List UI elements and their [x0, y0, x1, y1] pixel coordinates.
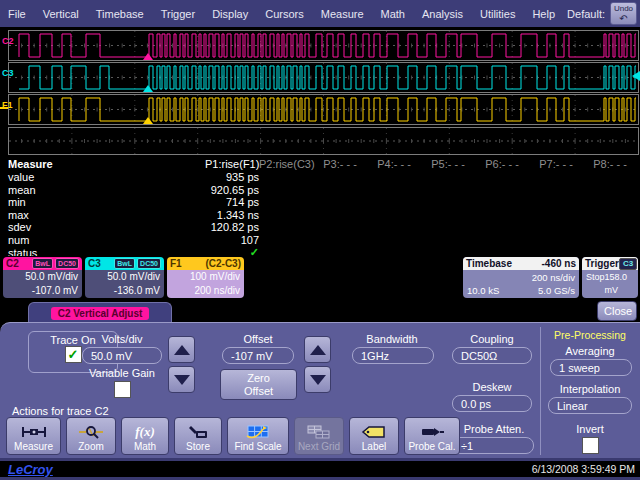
descriptor-c2-header: C2 BwL DC50: [3, 257, 82, 270]
trigger-time-marker-c3[interactable]: [143, 85, 153, 92]
measure-button[interactable]: Measure: [6, 417, 61, 455]
measure-col-p5[interactable]: P5:- - -: [421, 158, 475, 170]
volts-div-field[interactable]: 50.0 mV: [82, 347, 162, 364]
timebase-box[interactable]: Timebase -460 ns 200 ns/div 10.0 kS 5.0 …: [463, 257, 579, 298]
measure-col-p4[interactable]: P4:- - -: [367, 158, 421, 170]
trace-f1: [9, 95, 638, 124]
zero-offset-line1: Zero: [247, 372, 270, 384]
dc50-badge: DC50: [137, 258, 161, 269]
measure-row-num: num 107: [0, 234, 640, 247]
find-scale-button[interactable]: Find Scale: [227, 417, 289, 455]
coupling-field[interactable]: DC50Ω: [452, 347, 532, 364]
zoom-icon: [78, 423, 104, 440]
grid-f1[interactable]: [8, 94, 639, 125]
row-label: mean: [0, 184, 205, 196]
p1-sdev: 120.82 ps: [205, 221, 259, 233]
preprocessing-label: Pre-Processing: [544, 329, 636, 341]
empty-grid: [9, 128, 638, 154]
descriptor-c3-body: 50.0 mV/div -136.0 mV: [85, 270, 164, 298]
menu-math[interactable]: Math: [381, 8, 405, 20]
grid-c2[interactable]: [8, 30, 639, 61]
down-arrow-icon: [174, 375, 190, 385]
menu-display[interactable]: Display: [212, 8, 248, 20]
zero-offset-button[interactable]: Zero Offset: [220, 369, 297, 400]
measure-label: Measure: [14, 441, 53, 452]
descriptor-f1[interactable]: F1 (C2-C3) 100 mV/div 200 ns/div: [167, 257, 244, 298]
tab-c2-vertical-adjust[interactable]: C2 Vertical Adjust: [28, 302, 172, 323]
offset-down-button[interactable]: [304, 366, 331, 393]
zoom-button[interactable]: Zoom: [66, 417, 116, 455]
volts-div-up-button[interactable]: [168, 336, 195, 363]
p1-max: 1.343 ns: [205, 209, 259, 221]
measure-col-p6[interactable]: P6:- - -: [475, 158, 529, 170]
interpolation-field[interactable]: Linear: [548, 397, 632, 414]
grid-c3[interactable]: [8, 62, 639, 93]
trigger-slope: Negative: [609, 297, 638, 298]
averaging-label: Averaging: [548, 345, 632, 357]
grid-empty[interactable]: [8, 127, 639, 155]
offset-up-button[interactable]: [304, 336, 331, 363]
trigger-header: Trigger C3: [582, 257, 638, 270]
math-button[interactable]: f(x) Math: [121, 417, 169, 455]
oscilloscope-screen: File Vertical Timebase Trigger Display C…: [0, 0, 640, 480]
menu-utilities[interactable]: Utilities: [480, 8, 515, 20]
f1-name: F1: [170, 258, 182, 269]
measure-col-p8[interactable]: P8:- - -: [583, 158, 637, 170]
probe-atten-field[interactable]: ÷1: [452, 437, 534, 454]
descriptor-c2[interactable]: C2 BwL DC50 50.0 mV/div -107.0 mV: [3, 257, 82, 298]
store-label: Store: [186, 441, 210, 452]
action-buttons: Measure Zoom f(x) Math Store: [6, 417, 460, 455]
trigger-level-marker[interactable]: [632, 71, 640, 81]
volts-div-down-button[interactable]: [168, 366, 195, 393]
store-button[interactable]: Store: [174, 417, 222, 455]
invert-checkbox[interactable]: [582, 437, 599, 454]
measure-col-p7[interactable]: P7:- - -: [529, 158, 583, 170]
menu-analysis[interactable]: Analysis: [422, 8, 463, 20]
averaging-field[interactable]: 1 sweep: [550, 359, 632, 376]
menu-help[interactable]: Help: [532, 8, 555, 20]
measure-title: Measure: [0, 158, 205, 170]
menu-right: Default: Undo ↶: [567, 2, 640, 25]
label-label: Label: [362, 441, 386, 452]
trigger-time-marker-c2[interactable]: [143, 53, 153, 60]
default-label: Default:: [567, 8, 605, 20]
c2-name: C2: [6, 258, 19, 269]
menu-vertical[interactable]: Vertical: [43, 8, 79, 20]
probe-cal-button[interactable]: Probe Cal.: [404, 417, 460, 455]
trigger-source-badge: C3: [619, 258, 637, 270]
timebase-title: Timebase: [466, 258, 512, 269]
p1-min: 714 ps: [205, 196, 259, 208]
dialog-tab-strip: C2 Vertical Adjust Close: [0, 300, 640, 322]
menu-timebase[interactable]: Timebase: [96, 8, 144, 20]
deskew-field[interactable]: 0.0 ps: [452, 395, 532, 412]
timebase-delay: -460 ns: [542, 258, 576, 269]
menu-cursors[interactable]: Cursors: [265, 8, 304, 20]
undo-button[interactable]: Undo ↶: [610, 2, 637, 25]
measure-col-p2[interactable]: P2:rise(C3): [259, 158, 313, 170]
measure-col-p3[interactable]: P3:- - -: [313, 158, 367, 170]
actions-for-trace-label: Actions for trace C2: [12, 405, 109, 417]
descriptor-c3[interactable]: C3 BwL DC50 50.0 mV/div -136.0 mV: [85, 257, 164, 298]
c2-volts-div: 50.0 mV/div: [7, 270, 78, 284]
measure-col-p1[interactable]: P1:rise(F1): [205, 158, 259, 170]
status-bar: LeCroy 6/13/2008 3:59:49 PM: [0, 458, 640, 480]
row-label: value: [0, 171, 205, 183]
variable-gain-checkbox[interactable]: [114, 381, 131, 398]
trigger-time-marker-f1[interactable]: [143, 117, 153, 124]
close-button[interactable]: Close: [597, 301, 637, 321]
undo-icon: ↶: [619, 14, 627, 23]
trigger-level: 158.0 mV: [605, 271, 634, 297]
bwl-badge: BwL: [32, 258, 53, 269]
label-button[interactable]: Label: [349, 417, 399, 455]
offset-field[interactable]: -107 mV: [222, 347, 294, 364]
f1-function: (C2-C3): [205, 258, 241, 269]
menu-measure[interactable]: Measure: [321, 8, 364, 20]
menu-file[interactable]: File: [8, 8, 26, 20]
trigger-box[interactable]: Trigger C3 Stop 158.0 mV Width Negative: [582, 257, 638, 298]
next-grid-button[interactable]: Next Grid: [294, 417, 344, 455]
trace-on-checkbox[interactable]: ✓: [65, 346, 82, 363]
bandwidth-field[interactable]: 1GHz: [352, 347, 434, 364]
menu-trigger[interactable]: Trigger: [161, 8, 195, 20]
row-label: sdev: [0, 221, 205, 233]
up-arrow-icon: [310, 345, 326, 355]
